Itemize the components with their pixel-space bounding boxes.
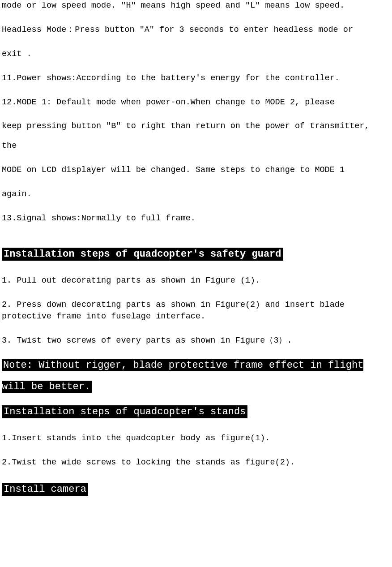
text-item-11: 11.Power shows:According to the battery'… (2, 73, 390, 84)
heading-safety-guard: Installation steps of quadcopter's safet… (2, 248, 283, 261)
heading-camera-wrap: Install camera (2, 481, 390, 498)
guard-step-2: 2. Press down decorating parts as shown … (2, 299, 390, 322)
text-item-12-e: again. (2, 189, 390, 200)
text-item-12-d: MODE on LCD displayer will be changed. S… (2, 164, 390, 176)
text-item-12-c: the (2, 140, 390, 152)
stands-step-2: 2.Twist the wide screws to locking the s… (2, 457, 390, 468)
text-line: exit . (2, 48, 390, 60)
text-item-12-a: 12.MODE 1: Default mode when power-on.Wh… (2, 97, 390, 108)
guard-step-1: 1. Pull out decorating parts as shown in… (2, 275, 390, 287)
heading-stands-wrap: Installation steps of quadcopter's stand… (2, 404, 390, 420)
heading-camera: Install camera (2, 483, 88, 496)
text-line: mode or low speed mode. "H" means high s… (2, 0, 390, 12)
stands-step-1: 1.Insert stands into the quadcopter body… (2, 433, 390, 444)
heading-safety-guard-wrap: Installation steps of quadcopter's safet… (2, 246, 390, 262)
text-item-13: 13.Signal shows:Normally to full frame. (2, 213, 390, 224)
text-line: Headless Mode：Press button "A" for 3 sec… (2, 24, 390, 36)
text-item-12-b: keep pressing button "B" to right than r… (2, 120, 390, 132)
guard-note: Note: Without rigger, blade protective f… (2, 359, 363, 393)
heading-stands: Installation steps of quadcopter's stand… (2, 405, 247, 418)
guard-step-3: 3. Twist two screws of every parts as sh… (2, 335, 390, 347)
guard-note-wrap: Note: Without rigger, blade protective f… (2, 355, 390, 398)
document-body: mode or low speed mode. "H" means high s… (0, 0, 392, 498)
